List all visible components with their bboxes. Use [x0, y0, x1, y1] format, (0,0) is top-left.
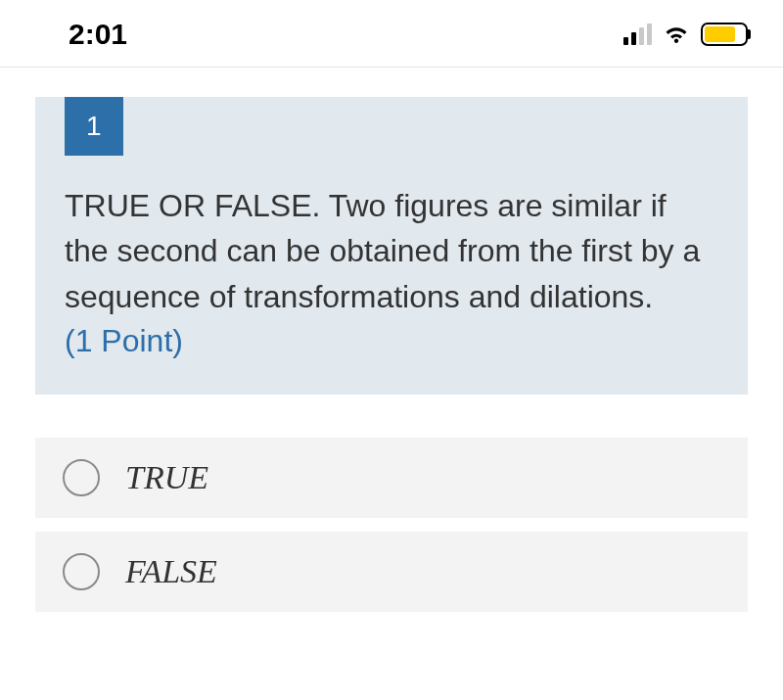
option-false[interactable]: FALSE — [35, 532, 748, 612]
option-label: TRUE — [125, 459, 208, 496]
radio-icon — [63, 459, 100, 496]
question-number-badge: 1 — [65, 97, 123, 156]
option-true[interactable]: TRUE — [35, 438, 748, 518]
status-bar: 2:01 — [0, 0, 783, 68]
answer-options: TRUE FALSE — [35, 438, 748, 612]
status-icons — [623, 23, 748, 46]
status-time: 2:01 — [69, 18, 127, 51]
wifi-icon — [662, 23, 691, 45]
question-text: TRUE OR FALSE. Two figures are similar i… — [65, 183, 718, 319]
main-content: 1 TRUE OR FALSE. Two figures are similar… — [0, 68, 783, 612]
cellular-signal-icon — [623, 23, 652, 45]
radio-icon — [63, 553, 100, 590]
question-points: (1 Point) — [65, 323, 718, 359]
question-card: 1 TRUE OR FALSE. Two figures are similar… — [35, 97, 748, 395]
option-label: FALSE — [125, 553, 217, 590]
battery-icon — [701, 23, 748, 46]
